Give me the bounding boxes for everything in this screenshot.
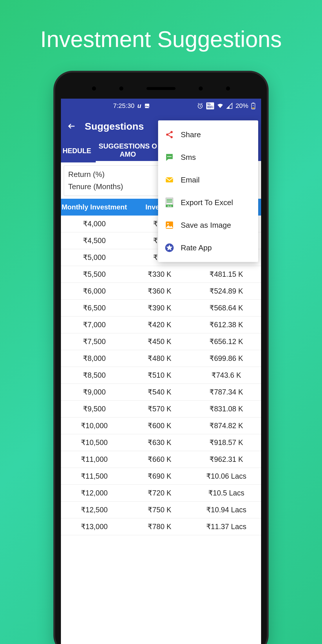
table-row[interactable]: ₹11,000₹660 K₹962.31 K bbox=[61, 451, 261, 468]
svg-point-11 bbox=[170, 156, 171, 157]
vowifi-icon: VoWiFi bbox=[206, 102, 214, 109]
star-icon bbox=[164, 243, 174, 253]
table-row[interactable]: ₹9,000₹540 K₹787.34 K bbox=[61, 384, 261, 401]
image-icon bbox=[164, 220, 174, 230]
cell-invested: ₹420 K bbox=[128, 321, 191, 329]
cell-invested: ₹690 K bbox=[128, 472, 191, 480]
svg-point-9 bbox=[167, 156, 169, 157]
cell-maturity: ₹962.31 K bbox=[191, 455, 261, 464]
cell-maturity: ₹10.5 Lacs bbox=[191, 489, 261, 497]
email-icon bbox=[164, 175, 174, 185]
svg-rect-14 bbox=[167, 199, 172, 200]
cell-invested: ₹540 K bbox=[128, 388, 191, 396]
cell-monthly: ₹7,000 bbox=[61, 321, 128, 329]
cell-invested: ₹390 K bbox=[128, 304, 191, 312]
share-icon bbox=[164, 130, 174, 140]
back-button[interactable] bbox=[67, 122, 76, 131]
cell-monthly: ₹9,000 bbox=[61, 388, 128, 396]
table-row[interactable]: ₹6,000₹360 K₹524.89 K bbox=[61, 283, 261, 300]
menu-rate-app[interactable]: Rate App bbox=[158, 236, 258, 259]
table-row[interactable]: ₹12,500₹750 K₹10.94 Lacs bbox=[61, 502, 261, 518]
table-row[interactable]: ₹13,000₹780 K₹11.37 Lacs bbox=[61, 518, 261, 535]
overflow-menu: Share Sms Email XLS Export To Excel bbox=[158, 120, 258, 262]
alarm-icon bbox=[197, 103, 203, 109]
cell-invested: ₹480 K bbox=[128, 354, 191, 363]
svg-point-7 bbox=[166, 133, 169, 136]
cell-monthly: ₹13,000 bbox=[61, 522, 128, 531]
table-row[interactable]: ₹6,500₹390 K₹568.64 K bbox=[61, 300, 261, 316]
menu-image-label: Save as Image bbox=[181, 221, 231, 230]
table-row[interactable]: ₹8,500₹510 K₹743.6 K bbox=[61, 367, 261, 384]
svg-point-6 bbox=[171, 131, 173, 133]
cell-invested: ₹360 K bbox=[128, 287, 191, 295]
menu-share[interactable]: Share bbox=[158, 123, 258, 146]
menu-save-image[interactable]: Save as Image bbox=[158, 214, 258, 236]
svg-point-10 bbox=[169, 156, 170, 157]
cell-maturity: ₹11.37 Lacs bbox=[191, 522, 261, 531]
table-row[interactable]: ₹7,000₹420 K₹612.38 K bbox=[61, 316, 261, 333]
cell-maturity: ₹656.12 K bbox=[191, 337, 261, 346]
cell-monthly: ₹11,500 bbox=[61, 472, 128, 480]
table-body[interactable]: ₹4,000₹24₹4,500₹27₹5,000₹30₹5,500₹330 K₹… bbox=[61, 216, 261, 535]
cell-monthly: ₹12,500 bbox=[61, 506, 128, 514]
svg-text:+: + bbox=[252, 104, 254, 107]
menu-email[interactable]: Email bbox=[158, 169, 258, 191]
table-row[interactable]: ₹12,000₹720 K₹10.5 Lacs bbox=[61, 485, 261, 502]
cell-invested: ₹600 K bbox=[128, 422, 191, 430]
signal-icon bbox=[226, 103, 233, 109]
svg-rect-3 bbox=[252, 103, 254, 104]
cell-monthly: ₹4,500 bbox=[61, 236, 128, 245]
excel-icon: XLS bbox=[164, 198, 174, 207]
svg-point-8 bbox=[171, 136, 173, 138]
cell-invested: ₹780 K bbox=[128, 522, 191, 531]
cell-monthly: ₹8,000 bbox=[61, 354, 128, 363]
menu-export-excel[interactable]: XLS Export To Excel bbox=[158, 191, 258, 214]
cell-maturity: ₹481.15 K bbox=[191, 270, 261, 278]
cell-maturity: ₹743.6 K bbox=[191, 371, 261, 379]
cell-maturity: ₹699.86 K bbox=[191, 354, 261, 363]
cell-maturity: ₹10.94 Lacs bbox=[191, 506, 261, 514]
cell-maturity: ₹612.38 K bbox=[191, 321, 261, 329]
gallery-icon bbox=[144, 103, 150, 109]
cell-invested: ₹330 K bbox=[128, 270, 191, 278]
battery-percent: 20% bbox=[236, 102, 248, 110]
appbar-title: Suggestions bbox=[85, 121, 144, 132]
cell-maturity: ₹787.34 K bbox=[191, 388, 261, 396]
svg-text:XLS: XLS bbox=[167, 205, 171, 207]
cell-monthly: ₹5,000 bbox=[61, 253, 128, 262]
cell-monthly: ₹4,000 bbox=[61, 220, 128, 228]
table-row[interactable]: ₹8,000₹480 K₹699.86 K bbox=[61, 350, 261, 367]
svg-point-20 bbox=[167, 223, 169, 225]
menu-sms[interactable]: Sms bbox=[158, 146, 258, 169]
sms-icon bbox=[164, 152, 174, 162]
menu-sms-label: Sms bbox=[181, 153, 196, 162]
table-row[interactable]: ₹9,500₹570 K₹831.08 K bbox=[61, 401, 261, 417]
table-row[interactable]: ₹11,500₹690 K₹10.06 Lacs bbox=[61, 468, 261, 485]
phone-frame: 7:25:30 u VoWiFi 20% + bbox=[55, 73, 267, 644]
tab-schedule[interactable]: HEDULE bbox=[61, 147, 96, 155]
battery-icon: + bbox=[251, 102, 255, 109]
status-time: 7:25:30 bbox=[113, 102, 134, 110]
menu-email-label: Email bbox=[181, 176, 200, 184]
menu-rate-label: Rate App bbox=[181, 243, 212, 252]
cell-invested: ₹630 K bbox=[128, 438, 191, 447]
cell-invested: ₹660 K bbox=[128, 455, 191, 464]
cell-maturity: ₹10.06 Lacs bbox=[191, 472, 261, 480]
cell-invested: ₹510 K bbox=[128, 371, 191, 379]
table-row[interactable]: ₹10,500₹630 K₹918.57 K bbox=[61, 434, 261, 451]
cell-monthly: ₹7,500 bbox=[61, 337, 128, 346]
cell-invested: ₹450 K bbox=[128, 337, 191, 346]
cell-monthly: ₹6,000 bbox=[61, 287, 128, 295]
page-title: Investment Suggestions bbox=[0, 0, 322, 53]
cell-monthly: ₹8,500 bbox=[61, 371, 128, 379]
cell-monthly: ₹9,500 bbox=[61, 405, 128, 413]
cell-monthly: ₹10,500 bbox=[61, 438, 128, 447]
table-row[interactable]: ₹7,500₹450 K₹656.12 K bbox=[61, 333, 261, 350]
svg-rect-4 bbox=[252, 108, 254, 108]
svg-rect-0 bbox=[145, 104, 149, 108]
cell-maturity: ₹831.08 K bbox=[191, 405, 261, 413]
table-row[interactable]: ₹10,000₹600 K₹874.82 K bbox=[61, 417, 261, 434]
table-row[interactable]: ₹5,500₹330 K₹481.15 K bbox=[61, 266, 261, 283]
cell-monthly: ₹5,500 bbox=[61, 270, 128, 278]
svg-rect-16 bbox=[167, 202, 172, 202]
